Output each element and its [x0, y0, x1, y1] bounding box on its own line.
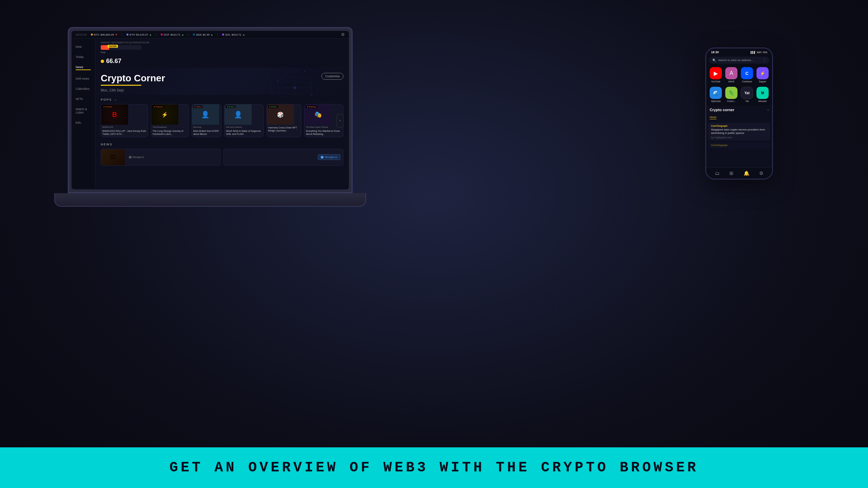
yat-label: Yat — [745, 100, 749, 102]
bankless-info: BANKLESS BANKLESS ROLLUP - Jack Dorsey E… — [101, 125, 148, 137]
sidebar-item-calendars[interactable]: Calendars — [74, 86, 92, 92]
ada-ticker: ADA $2.39 ▲ — [193, 33, 213, 36]
svg-point-6 — [293, 86, 296, 89]
phone-app-aave[interactable]: A AAVE — [725, 67, 737, 83]
pops-carousel: ● Podcast BANKLESS BANKLESS ROLLUP - Jac… — [101, 104, 343, 137]
sidebar-item-watch[interactable]: Watch & Listen — [74, 106, 92, 115]
phone-app-youtube[interactable]: ▶ YouTube — [710, 67, 722, 83]
gas-value: 66.67 — [106, 58, 121, 65]
hero-section: Crypto Corner Mon, 13th Sept Customise — [95, 67, 349, 95]
phone-app-zapper[interactable]: ⚡ Zapper — [756, 67, 769, 83]
phone-news-item-2[interactable]: CoinTelegraph — [708, 142, 770, 149]
fear-label: Fear — [101, 51, 343, 54]
news-thumb-1: 🖼 — [101, 149, 125, 166]
eth-price: $3,415.07 — [136, 33, 148, 36]
settings-icon[interactable]: ⚙ — [341, 32, 345, 37]
messari-label: Messari — [758, 100, 767, 102]
sidebar-item-defi[interactable]: Defi-news — [74, 76, 92, 81]
dot-dot — [161, 34, 163, 36]
decrypt-button[interactable]: decrypt.co — [318, 154, 340, 160]
phone-screen: 18:30 ▌▌▌ WiFi 70% 🔍 Search or enter an … — [706, 48, 772, 179]
market-sentiment: MARKET SENTIMENT by alternative.me 21/10… — [95, 39, 349, 56]
news-card-2[interactable]: decrypt.co — [223, 149, 343, 166]
pop-card-booming[interactable]: 👤 ● Video Booming More Bullish than EVER… — [192, 104, 221, 137]
phone-url-bar[interactable]: 🔍 Search or enter an address... ⋮ — [709, 57, 769, 64]
phone-search-icon: 🔍 — [712, 59, 716, 62]
harmony-title: Harmony Cross-Chain NFT Bridge Launches — [268, 126, 300, 132]
bottom-banner: GET AN OVERVIEW OF WEB3 WITH THE CRYPTO … — [0, 447, 868, 488]
phone-home-icon[interactable]: ⊞ — [729, 170, 733, 176]
phone-app-coingecko[interactable]: 🦎 Coinm... — [725, 87, 737, 102]
phone-time: 18:30 — [711, 50, 719, 54]
coinbase-label: Coinbase — [742, 80, 752, 83]
phone-app-coinbase[interactable]: C Coinbase — [741, 67, 753, 83]
sidebar-item-today[interactable]: Today — [74, 54, 92, 60]
pop-card-harmony[interactable]: 🎲 ● Article Harmony Cross-Chain NFT Brid… — [267, 104, 301, 137]
phone-app-yat[interactable]: Yat Yat — [741, 87, 753, 102]
harmony-type: ● Article — [268, 105, 278, 108]
phone-status-bar: 18:30 ▌▌▌ WiFi 70% — [706, 48, 772, 55]
battery-icon: 70% — [763, 51, 767, 54]
news-grid: 🖼 Decrypt.co — [101, 149, 343, 166]
aave-label: AAVE — [728, 80, 734, 83]
phone-news-item-1[interactable]: CoinTelegraph Singapore bars crypto serv… — [708, 123, 770, 141]
harmony-info: Harmony Cross-Chain NFT Bridge Launches — [267, 125, 301, 134]
opensea-icon: 🌊 — [710, 87, 722, 99]
phone-news-byline-1: by Cryptopanic.com — [711, 136, 767, 139]
eth-dot — [126, 34, 129, 36]
sidebar-item-edu[interactable]: Edu — [74, 120, 92, 125]
btc-arrow: ▼ — [115, 33, 118, 36]
phone-app-messari[interactable]: M Messari — [756, 87, 769, 102]
sidebar-item-now[interactable]: Now — [74, 44, 92, 49]
phone-tabs-icon[interactable]: 🗂 — [715, 170, 719, 176]
hero-underline — [101, 85, 141, 86]
customise-button[interactable]: Customise — [321, 73, 343, 80]
btc-dot — [91, 34, 93, 36]
phone-news-tab-label[interactable]: News — [710, 116, 716, 119]
messari-icon: M — [756, 87, 769, 99]
news-card-1[interactable]: 🖼 Decrypt.co — [101, 149, 221, 166]
booming-title: More Bullish than EVER about Bitcoin — [193, 129, 220, 136]
eth-arrow: ▲ — [149, 33, 152, 36]
sol-label: SOL — [225, 33, 231, 36]
opensea-label: Opensea — [711, 100, 721, 102]
pop-card-breakdown[interactable]: ● Podcast The Breakdown The Long Strange… — [151, 104, 189, 137]
main-area: Now Today News Defi-news Calendars NFTs … — [72, 39, 349, 188]
pops-collapse-icon[interactable]: ⌄ — [114, 98, 117, 101]
ada-dot — [193, 34, 195, 36]
phone-notifications-icon[interactable]: 🔔 — [744, 170, 749, 176]
decrypt-dot — [321, 156, 323, 159]
youtube-icon: ▶ — [710, 67, 722, 79]
sidebar-item-nfts[interactable]: NFTs — [74, 96, 92, 102]
booming-info: Booming More Bullish than EVER about Bit… — [192, 125, 221, 137]
pop-card-bankless[interactable]: ● Podcast BANKLESS BANKLESS ROLLUP - Jac… — [101, 104, 148, 137]
btc-price: $46,682.09 — [100, 33, 114, 36]
dot-ticker: DOT $414.71 ▲ — [161, 33, 184, 36]
breakdown-thumb: ● Podcast — [151, 104, 178, 125]
booming-thumb: 👤 ● Video — [192, 104, 219, 125]
coingecko-icon: 🦎 — [725, 87, 737, 99]
eth-ticker: ETH $3,415.07 ▲ — [126, 33, 152, 36]
news-section: NEWS 🖼 — [95, 140, 349, 168]
aave-icon: A — [725, 67, 737, 79]
carousel-next-button[interactable]: › — [337, 114, 343, 127]
sidebar: Now Today News Defi-news Calendars NFTs … — [72, 39, 95, 188]
phone-app-opensea[interactable]: 🌊 Opensea — [710, 87, 722, 102]
hero-title: Crypto Corner — [101, 73, 343, 84]
news-label: NEWS — [101, 143, 343, 146]
jeff-type: ● Article — [225, 105, 236, 108]
phone-settings-icon[interactable]: ⚙ — [759, 170, 764, 176]
sol-ticker: SOL $414.71 ▲ — [222, 33, 245, 36]
coingecko-label: Coinm... — [727, 100, 736, 102]
coinbase-icon: C — [741, 67, 753, 79]
phone-app-grid-row1: ▶ YouTube A AAVE C Coinbase ⚡ Zapper — [706, 65, 772, 85]
dot-arrow: ▲ — [181, 33, 184, 36]
phone-crypto-arrow[interactable]: › — [768, 108, 769, 112]
pop-card-jeff[interactable]: 👤 ● Article Jeff John Roberts Woof! What… — [224, 104, 264, 137]
phone-menu-icon[interactable]: ⋮ — [763, 58, 766, 62]
breakdown-title: The Long Strange Journey of Facebook's L… — [153, 129, 187, 136]
breakdown-type: ● Podcast — [152, 105, 164, 108]
bad-crypto-type: ● Podcast — [305, 105, 317, 108]
sidebar-item-news[interactable]: News — [74, 64, 92, 71]
breakdown-source: The Breakdown — [153, 126, 187, 129]
